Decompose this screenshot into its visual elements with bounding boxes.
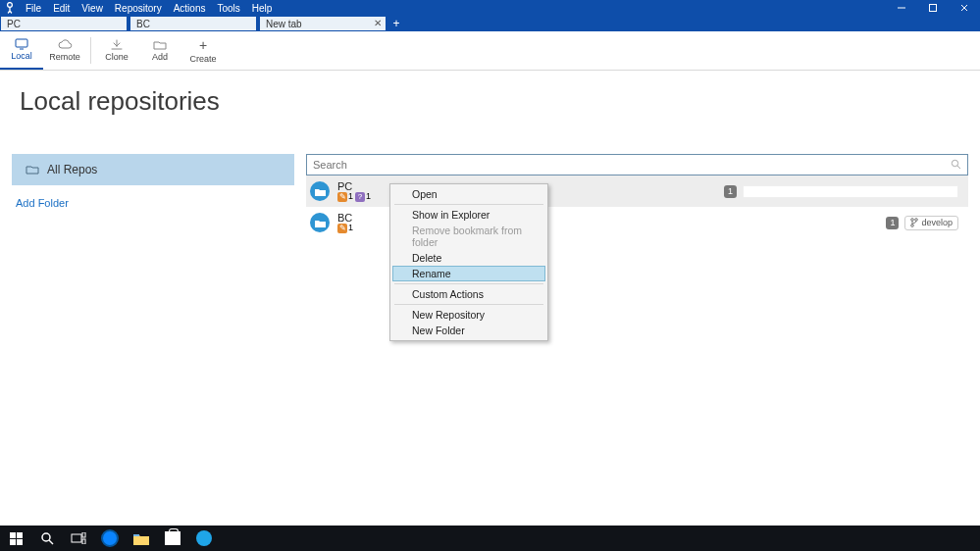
menu-repository[interactable]: Repository xyxy=(109,3,168,14)
svg-rect-2 xyxy=(930,5,937,12)
menu-actions[interactable]: Actions xyxy=(168,3,212,14)
branch-icon xyxy=(910,218,918,227)
svg-rect-20 xyxy=(82,539,85,544)
toolbar-clone[interactable]: Clone xyxy=(95,31,138,70)
unknown-badge: ?1 xyxy=(355,192,371,202)
app-icon xyxy=(196,530,212,546)
folder-icon xyxy=(153,39,167,51)
menu-edit[interactable]: Edit xyxy=(47,3,76,14)
tab-bc[interactable]: BC xyxy=(129,16,257,31)
page-title: Local repositories xyxy=(20,86,980,117)
separator xyxy=(394,204,543,205)
taskbar-search[interactable] xyxy=(31,526,63,551)
tab-label: PC xyxy=(7,19,21,29)
task-view-icon xyxy=(71,532,86,544)
taskbar-explorer[interactable] xyxy=(126,526,157,551)
tab-label: BC xyxy=(136,19,150,29)
ctx-open[interactable]: Open xyxy=(392,186,545,202)
tab-new[interactable]: New tab ✕ xyxy=(259,16,387,31)
tab-label: New tab xyxy=(266,19,302,29)
task-view-button[interactable] xyxy=(63,526,94,551)
ctx-new-repository[interactable]: New Repository xyxy=(392,307,545,323)
svg-point-7 xyxy=(952,160,957,166)
separator xyxy=(394,283,543,284)
menu-help[interactable]: Help xyxy=(246,3,279,14)
toolbar-create[interactable]: + Create xyxy=(181,31,225,70)
svg-point-0 xyxy=(8,3,13,8)
taskbar-edge[interactable] xyxy=(94,526,126,551)
toolbar: Local Remote Clone Add + Create xyxy=(0,31,980,71)
svg-point-10 xyxy=(915,219,918,222)
commit-count-badge: 1 xyxy=(724,185,737,198)
toolbar-label: Local xyxy=(11,51,32,61)
separator xyxy=(90,37,91,64)
search-icon xyxy=(40,531,54,545)
svg-rect-13 xyxy=(17,532,23,538)
separator xyxy=(394,304,543,305)
cloud-icon xyxy=(57,39,73,51)
svg-rect-12 xyxy=(10,532,16,538)
window-minimize-button[interactable] xyxy=(886,0,917,16)
folder-icon xyxy=(26,164,39,175)
tab-close-icon[interactable]: ✕ xyxy=(374,18,382,28)
toolbar-label: Add xyxy=(152,52,168,62)
branch-button[interactable]: develop xyxy=(904,216,958,230)
windows-icon xyxy=(10,532,23,545)
commit-count-badge: 1 xyxy=(886,217,899,229)
svg-line-8 xyxy=(957,166,960,169)
edge-icon xyxy=(101,529,119,547)
ctx-rename[interactable]: Rename xyxy=(392,266,545,281)
sidebar-all-repos[interactable]: All Repos xyxy=(12,154,294,185)
toolbar-label: Remote xyxy=(49,52,80,62)
search-icon xyxy=(951,159,961,172)
sidebar-item-label: All Repos xyxy=(47,163,97,176)
ctx-custom-actions[interactable]: Custom Actions xyxy=(392,286,545,302)
repo-folder-icon xyxy=(310,181,330,201)
taskbar xyxy=(0,526,980,551)
svg-rect-19 xyxy=(82,532,85,537)
branch-label: develop xyxy=(921,218,953,227)
taskbar-app[interactable] xyxy=(188,526,220,551)
app-logo xyxy=(3,1,17,15)
tab-pc[interactable]: PC xyxy=(0,16,128,31)
context-menu: Open Show in Explorer Remove bookmark fr… xyxy=(389,183,548,341)
window-maximize-button[interactable] xyxy=(917,0,949,16)
toolbar-add[interactable]: Add xyxy=(138,31,181,70)
svg-rect-18 xyxy=(72,534,81,542)
svg-point-9 xyxy=(911,219,914,222)
toolbar-label: Clone xyxy=(105,52,129,62)
ctx-new-folder[interactable]: New Folder xyxy=(392,323,545,338)
search-input[interactable] xyxy=(313,159,951,171)
file-explorer-icon xyxy=(133,532,149,545)
svg-point-16 xyxy=(42,533,50,541)
toolbar-remote[interactable]: Remote xyxy=(43,31,86,70)
toolbar-label: Create xyxy=(189,54,216,64)
svg-rect-21 xyxy=(133,534,139,536)
tab-strip: PC BC New tab ✕ + xyxy=(0,16,980,31)
taskbar-store[interactable] xyxy=(157,526,188,551)
svg-point-11 xyxy=(911,225,914,227)
menu-view[interactable]: View xyxy=(76,3,109,14)
menu-file[interactable]: File xyxy=(20,3,47,14)
toolbar-local[interactable]: Local xyxy=(0,31,43,70)
window-close-button[interactable] xyxy=(949,0,980,16)
ctx-delete[interactable]: Delete xyxy=(392,250,545,266)
search-box[interactable] xyxy=(306,154,968,175)
ctx-show-in-explorer[interactable]: Show in Explorer xyxy=(392,207,545,223)
start-button[interactable] xyxy=(0,526,31,551)
menu-tools[interactable]: Tools xyxy=(211,3,245,14)
menu-bar: File Edit View Repository Actions Tools … xyxy=(0,0,980,16)
pending-badge: ✎1 xyxy=(337,224,353,233)
svg-rect-15 xyxy=(17,539,23,545)
pending-badge: ✎1 xyxy=(337,192,353,202)
graph-placeholder xyxy=(743,185,958,198)
plus-icon: + xyxy=(199,37,207,53)
store-icon xyxy=(165,531,181,545)
repo-folder-icon xyxy=(310,213,330,232)
add-folder-link[interactable]: Add Folder xyxy=(12,185,294,221)
svg-line-17 xyxy=(49,540,53,544)
monitor-icon xyxy=(14,38,29,50)
svg-rect-14 xyxy=(10,539,16,545)
new-tab-button[interactable]: + xyxy=(388,16,404,31)
download-icon xyxy=(110,39,124,51)
